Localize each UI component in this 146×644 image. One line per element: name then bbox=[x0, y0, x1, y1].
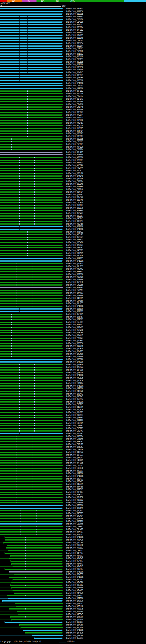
hit-bar[interactable] bbox=[0, 120, 62, 121]
hit-bar[interactable] bbox=[0, 104, 62, 105]
hit-bar[interactable] bbox=[0, 470, 62, 472]
hit-label[interactable]: UniRef100_Q98580 bbox=[66, 635, 83, 637]
hit-label[interactable]: UniRef100_B8NXQ5 bbox=[66, 162, 83, 164]
hit-label[interactable]: UniRef100_A9BB75 bbox=[66, 608, 83, 610]
hit-bar[interactable] bbox=[0, 226, 62, 227]
hit-bar[interactable] bbox=[0, 48, 62, 49]
hit-bar[interactable] bbox=[0, 30, 62, 30]
hit-bar[interactable] bbox=[0, 189, 62, 190]
hit-bar[interactable] bbox=[8, 598, 62, 599]
hit-label[interactable]: UniRef100_A7EVH4 bbox=[66, 114, 83, 116]
hit-label[interactable]: UniRef100_Q9H4T5 bbox=[66, 151, 83, 154]
hit-label[interactable]: UniRef100_Q32B78 bbox=[66, 207, 83, 209]
hit-bar[interactable] bbox=[9, 576, 62, 578]
hit-label[interactable]: UniRef100_B6DD56 bbox=[66, 342, 83, 345]
hit-label[interactable]: UniRef100_C5YHH4 bbox=[66, 96, 83, 98]
hit-bar[interactable] bbox=[7, 544, 62, 546]
hit-bar[interactable] bbox=[0, 473, 62, 474]
hit-bar[interactable] bbox=[0, 484, 62, 485]
hit-bar[interactable] bbox=[0, 229, 62, 230]
hit-bar[interactable] bbox=[23, 630, 62, 631]
hit-label[interactable]: UniRef100_B7FPE4 bbox=[66, 26, 83, 28]
hit-bar[interactable] bbox=[0, 396, 62, 397]
hit-bar[interactable] bbox=[0, 130, 62, 132]
hit-label[interactable]: UniRef100_C5FFX1 bbox=[66, 143, 83, 146]
hit-bar[interactable] bbox=[4, 552, 62, 554]
hit-label[interactable]: UniRef100_P16191 bbox=[66, 58, 83, 60]
hit-bar[interactable] bbox=[0, 11, 62, 12]
hit-label[interactable]: UniRef100_A8N6W2 bbox=[66, 558, 83, 560]
hit-bar[interactable] bbox=[0, 489, 62, 490]
hit-label[interactable]: UniRef100_Q6CVZ7 bbox=[66, 212, 83, 214]
hit-label[interactable]: UniRef100_B7FLZ7 bbox=[66, 24, 83, 26]
hit-label[interactable]: UniRef100_P41115 bbox=[66, 258, 83, 260]
hit-label[interactable]: UniRef100_A9RQ30 bbox=[66, 146, 83, 148]
hit-label[interactable]: UniRef100_Q6F0Y9 bbox=[66, 313, 83, 316]
hit-label[interactable]: UniRef100_Q2C8L5 bbox=[66, 138, 83, 140]
hit-label[interactable]: UniRef100_A7X3Z6 bbox=[66, 582, 83, 584]
hit-bar[interactable] bbox=[0, 197, 62, 198]
hit-label[interactable]: UniRef100_B9WM22 bbox=[66, 196, 83, 198]
hit-label[interactable]: UniRef100_Q1HBR1 bbox=[66, 98, 83, 100]
hit-bar[interactable] bbox=[0, 412, 62, 413]
hit-label[interactable]: UniRef100_Q0JBY8 bbox=[66, 37, 83, 39]
hit-label[interactable]: UniRef100_A2F1W4 bbox=[66, 611, 83, 613]
hit-bar[interactable] bbox=[0, 112, 62, 113]
hit-bar[interactable] bbox=[0, 295, 62, 296]
hit-bar[interactable] bbox=[0, 292, 62, 294]
hit-label[interactable]: UniRef100_B7FDL5 bbox=[66, 462, 83, 464]
hit-bar[interactable] bbox=[0, 462, 62, 464]
hit-label[interactable]: UniRef100_B9TRL4 bbox=[66, 130, 83, 132]
hit-bar[interactable] bbox=[0, 404, 62, 405]
hit-label[interactable]: UniRef100_Q9D4M5 bbox=[66, 507, 83, 510]
hit-label[interactable]: UniRef100_A7PG38 bbox=[66, 93, 83, 95]
hit-bar[interactable] bbox=[0, 343, 62, 344]
hit-label[interactable]: UniRef100_C8VF99 bbox=[66, 167, 83, 170]
hit-label[interactable]: UniRef100_P62289 bbox=[66, 226, 83, 228]
hit-label[interactable]: UniRef100_C5K160 bbox=[66, 300, 83, 302]
hit-bar[interactable] bbox=[0, 383, 62, 384]
hit-bar[interactable] bbox=[4, 537, 62, 538]
hit-label[interactable]: UniRef100_Q4QR72 bbox=[66, 451, 83, 454]
hit-label[interactable]: UniRef100_Q75FZ2 bbox=[66, 132, 83, 135]
hit-label[interactable]: UniRef100_A2IKE0 bbox=[66, 186, 83, 188]
hit-label[interactable]: UniRef100_Q95P67 bbox=[66, 316, 83, 318]
hit-label[interactable]: UniRef100_UP1000... bbox=[66, 598, 87, 600]
hit-bar[interactable] bbox=[0, 43, 62, 44]
hit-label[interactable]: UniRef100_Q41999 bbox=[66, 420, 83, 422]
hit-bar[interactable] bbox=[0, 391, 62, 392]
hit-label[interactable]: UniRef100_UP1000... bbox=[66, 69, 87, 71]
hit-label[interactable]: UniRef100_A4QR51 bbox=[66, 122, 83, 124]
hit-bar[interactable] bbox=[9, 608, 62, 610]
hit-bar[interactable] bbox=[0, 216, 62, 216]
hit-bar[interactable] bbox=[0, 173, 62, 174]
hit-label[interactable]: UniRef100_Q59F13 bbox=[66, 263, 83, 265]
hit-label[interactable]: UniRef100_C5G6O3 bbox=[66, 140, 83, 143]
hit-label[interactable]: UniRef100_B8RBP5 bbox=[66, 271, 83, 273]
hit-bar[interactable] bbox=[0, 22, 62, 22]
hit-bar[interactable] bbox=[0, 213, 62, 214]
hit-bar[interactable] bbox=[0, 516, 62, 516]
hit-label[interactable]: UniRef100_Q66SW3 bbox=[66, 340, 83, 342]
hit-label[interactable]: UniRef100_B4G2W1 bbox=[66, 396, 83, 398]
hit-bar[interactable] bbox=[0, 181, 62, 182]
hit-bar[interactable] bbox=[0, 298, 62, 299]
hit-bar[interactable] bbox=[17, 611, 62, 612]
hit-bar[interactable] bbox=[0, 402, 62, 402]
hit-bar[interactable] bbox=[34, 638, 62, 639]
hit-label[interactable]: UniRef100_Q7TJQ0 bbox=[66, 361, 83, 363]
hit-bar[interactable] bbox=[25, 632, 62, 634]
hit-label[interactable]: UniRef100_Q4Q0U7 bbox=[66, 510, 83, 512]
hit-label[interactable]: UniRef100_C5QAN3 bbox=[66, 289, 83, 292]
hit-label[interactable]: UniRef100_Q2V9Q5 bbox=[66, 13, 83, 15]
hit-label[interactable]: UniRef100_B6JVT6 bbox=[66, 345, 83, 347]
hit-label[interactable]: UniRef100_UP1000... bbox=[66, 374, 87, 376]
hit-label[interactable]: UniRef100_A7WX61 bbox=[66, 590, 83, 592]
hit-label[interactable]: UniRef100_Q17I81 bbox=[66, 621, 83, 624]
hit-label[interactable]: UniRef100_A9V102 bbox=[66, 547, 83, 549]
hit-label[interactable]: UniRef100_Q60F77 bbox=[66, 478, 83, 480]
hit-label[interactable]: UniRef100_Q5VMP3 bbox=[66, 393, 83, 395]
hit-label[interactable]: UniRef100_C5FJA3 bbox=[66, 85, 83, 87]
hit-bar[interactable] bbox=[0, 232, 62, 232]
hit-bar[interactable] bbox=[0, 77, 62, 78]
